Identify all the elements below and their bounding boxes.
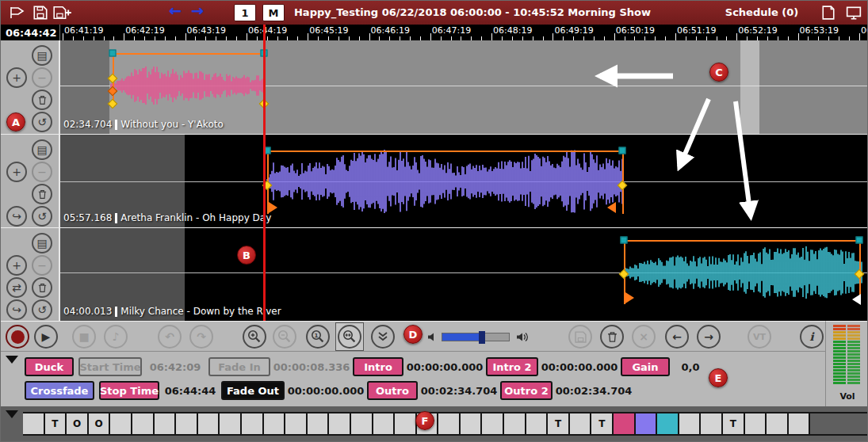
outro2-button[interactable]: Outro 2 <box>500 381 553 400</box>
start-time-button[interactable]: Start Time <box>78 357 142 376</box>
strip-cell-13[interactable] <box>308 413 330 434</box>
nav-back-icon[interactable]: ← <box>169 2 182 19</box>
save-edit-button[interactable] <box>568 325 592 349</box>
track-2-lane[interactable]: 05:57.168 Aretha Franklin - Oh Happy Day <box>60 135 867 227</box>
playback-cursor[interactable] <box>263 25 266 321</box>
volume-envelope-line[interactable] <box>624 240 859 242</box>
cue-triangle-marker[interactable] <box>607 202 616 213</box>
cue-triangle-marker[interactable] <box>625 292 634 303</box>
record-button[interactable] <box>6 325 29 349</box>
strip-cell-35[interactable] <box>789 413 811 434</box>
strip-cell-20[interactable] <box>461 413 483 434</box>
envelope-handle[interactable] <box>856 237 863 244</box>
save-icon[interactable] <box>31 4 50 21</box>
track-3-add-button[interactable]: + <box>6 255 27 276</box>
play-button[interactable]: ▶ <box>34 325 58 349</box>
collapse-button[interactable] <box>371 325 395 349</box>
strip-cell-8[interactable] <box>198 413 220 434</box>
undo-button[interactable]: ↶ <box>158 325 182 349</box>
track-2-mixer-button[interactable]: ▤ <box>32 139 52 160</box>
fade-out-button[interactable]: Fade Out <box>221 381 285 400</box>
next-item-button[interactable]: → <box>697 325 721 349</box>
voice-track-button[interactable]: VT <box>748 325 771 349</box>
strip-cell-25[interactable] <box>570 413 592 434</box>
strip-cell-24[interactable]: T <box>548 413 570 434</box>
strip-cell-14[interactable] <box>329 413 351 434</box>
track-2-remove-button[interactable]: − <box>32 162 52 182</box>
strip-cell-5[interactable] <box>132 413 155 434</box>
strip-cell-1[interactable]: T <box>45 413 67 434</box>
crossfade-button[interactable]: Crossfade <box>25 381 94 400</box>
panel-collapse-triangle[interactable] <box>6 356 18 364</box>
track-3-move-button[interactable]: ⇄ <box>6 277 27 298</box>
previous-item-button[interactable]: ← <box>665 325 689 349</box>
strip-cell-21[interactable] <box>482 413 504 434</box>
strip-collapse-triangle[interactable] <box>6 410 18 418</box>
track-3-trash-button[interactable] <box>32 277 52 298</box>
strip-cell-34[interactable] <box>767 413 789 434</box>
outro-button[interactable]: Outro <box>367 381 418 400</box>
strip-cell-10[interactable] <box>242 413 264 434</box>
strip-cell-33[interactable] <box>745 413 767 434</box>
track-3-remove-button[interactable]: − <box>32 255 52 276</box>
track-3-loop-button[interactable]: ↺ <box>32 299 52 320</box>
cue-triangle-marker[interactable] <box>269 202 277 213</box>
track-2-add-button[interactable]: + <box>6 162 27 182</box>
strip-cell-27[interactable] <box>614 413 636 434</box>
cart-export-icon[interactable] <box>7 4 26 21</box>
strip-cell-23[interactable] <box>526 413 549 434</box>
info-button[interactable]: i <box>800 325 824 349</box>
save-add-icon[interactable] <box>53 4 72 21</box>
track-1-trash-button[interactable] <box>32 90 52 110</box>
zoom-in-button[interactable] <box>243 325 266 349</box>
marker-m-box[interactable]: M <box>262 4 285 21</box>
volume-min-icon[interactable] <box>427 330 438 345</box>
envelope-handle[interactable] <box>619 147 626 154</box>
redo-button[interactable]: ↷ <box>189 325 213 349</box>
add-note-button[interactable]: ♪ <box>104 325 128 349</box>
schedule-label[interactable]: Schedule (0) <box>706 6 817 18</box>
track-2-loop-button[interactable]: ↺ <box>32 206 52 227</box>
strip-cell-12[interactable] <box>285 413 308 434</box>
delete-clip-button[interactable] <box>600 325 624 349</box>
track-1-add-button[interactable]: + <box>6 67 27 88</box>
intro-button[interactable]: Intro <box>353 357 403 376</box>
track-2-redo-button[interactable]: ↪ <box>6 206 27 227</box>
clip-number-box[interactable]: 1 <box>234 4 256 21</box>
note-edit-icon[interactable] <box>819 4 838 21</box>
track-1-loop-button[interactable]: ↺ <box>32 112 52 132</box>
intro2-button[interactable]: Intro 2 <box>486 357 538 376</box>
strip-cell-7[interactable] <box>176 413 198 434</box>
strip-cell-2[interactable]: O <box>67 413 89 434</box>
track-3-redo-button[interactable]: ↪ <box>6 299 27 320</box>
volume-envelope-line[interactable] <box>113 53 264 55</box>
stop-time-button[interactable]: Stop Time <box>99 381 159 400</box>
zoom-out-button[interactable] <box>273 325 296 349</box>
strip-cell-31[interactable] <box>701 413 723 434</box>
volume-slider[interactable] <box>442 333 510 341</box>
envelope-handle[interactable] <box>109 50 117 57</box>
zoom-reset-button[interactable]: 1 <box>306 325 330 349</box>
strip-cell-26[interactable]: T <box>591 413 614 434</box>
track-3-lane[interactable]: 04:00.013 Milky Chance - Down by the Riv… <box>60 228 867 321</box>
duck-button[interactable]: Duck <box>25 357 74 376</box>
volume-handle[interactable] <box>479 331 485 344</box>
track-3-mixer-button[interactable]: ▤ <box>32 233 52 253</box>
gain-button[interactable]: Gain <box>621 357 670 376</box>
strip-cell-3[interactable]: O <box>89 413 111 434</box>
strip-cell-11[interactable] <box>264 413 286 434</box>
volume-max-icon[interactable] <box>516 330 530 345</box>
strip-cell-30[interactable] <box>679 413 702 434</box>
zoom-selection-button[interactable] <box>338 325 361 349</box>
track-1-remove-button[interactable]: − <box>32 67 52 88</box>
strip-cell-28[interactable] <box>636 413 658 434</box>
timeline-ruler[interactable]: 06:44:42 06:41:1906:42:1906:43:1906:44:1… <box>1 25 867 40</box>
fade-in-button[interactable]: Fade In <box>208 357 270 376</box>
strip-cell-6[interactable] <box>155 413 177 434</box>
strip-cell-9[interactable] <box>220 413 242 434</box>
envelope-handle[interactable] <box>621 237 628 244</box>
monitor-icon[interactable] <box>844 4 863 21</box>
track-1-mixer-button[interactable]: ▤ <box>32 45 52 66</box>
strip-cell-29[interactable] <box>657 413 679 434</box>
strip-cell-19[interactable] <box>438 413 461 434</box>
